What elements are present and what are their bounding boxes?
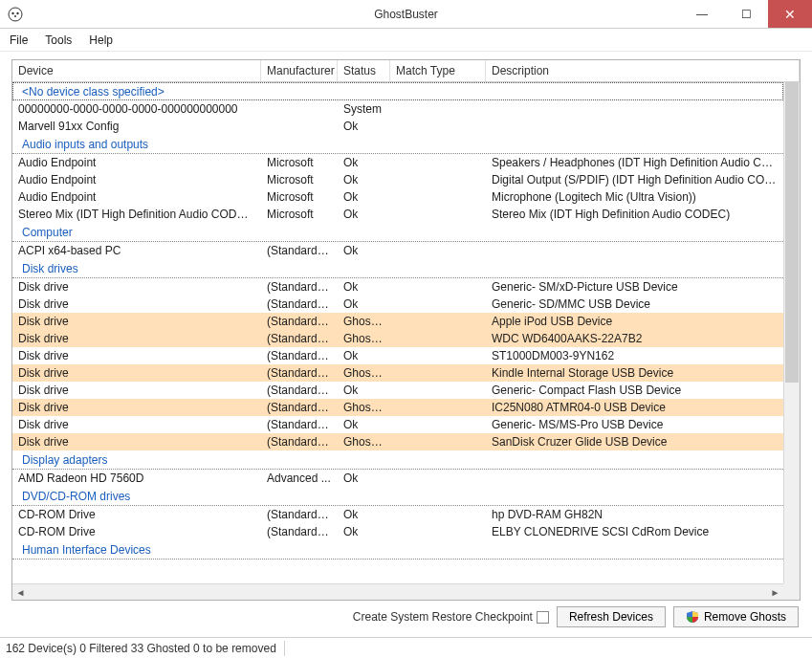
col-status[interactable]: Status bbox=[338, 60, 390, 81]
group-header[interactable]: Disk drives bbox=[12, 259, 783, 278]
table-row[interactable]: Disk drive(Standard di...GhostedIC25N080… bbox=[12, 399, 783, 416]
cell: Ok bbox=[338, 506, 390, 523]
cell: Disk drive bbox=[12, 278, 261, 296]
table-row[interactable]: Disk drive(Standard di...OkGeneric- MS/M… bbox=[12, 416, 783, 433]
cell: Audio Endpoint bbox=[12, 154, 261, 171]
cell: Ok bbox=[338, 416, 390, 433]
table-row[interactable]: ACPI x64-based PC(Standard c...Ok bbox=[12, 242, 783, 259]
table-row[interactable]: Disk drive(Standard di...OkGeneric- SD/M… bbox=[12, 296, 783, 313]
cell: Disk drive bbox=[12, 416, 261, 433]
table-row[interactable]: Disk drive(Standard di...OkST1000DM003-9… bbox=[12, 347, 783, 364]
cell: Generic- SM/xD-Picture USB Device bbox=[486, 278, 783, 296]
cell bbox=[390, 470, 486, 487]
cell bbox=[486, 100, 783, 118]
cell: (Standard c... bbox=[261, 242, 338, 259]
cell: Ok bbox=[338, 118, 390, 135]
cell: Ok bbox=[338, 296, 390, 313]
table-row[interactable]: Audio EndpointMicrosoftOkMicrophone (Log… bbox=[12, 188, 783, 206]
cell: (Standard di... bbox=[261, 313, 338, 330]
menu-file[interactable]: File bbox=[10, 33, 28, 47]
group-header[interactable]: DVD/CD-ROM drives bbox=[12, 487, 783, 506]
cell bbox=[486, 118, 783, 135]
restore-checkpoint-text: Create System Restore Checkpoint bbox=[353, 610, 533, 624]
cell: Digital Output (S/PDIF) (IDT High Defini… bbox=[486, 171, 783, 188]
cell: Generic- SD/MMC USB Device bbox=[486, 296, 783, 313]
cell: (Standard di... bbox=[261, 416, 338, 433]
table-row[interactable]: Marvell 91xx ConfigOk bbox=[12, 118, 783, 135]
cell: (Standard di... bbox=[261, 433, 338, 450]
group-header[interactable]: Computer bbox=[12, 223, 783, 242]
cell: Disk drive bbox=[12, 382, 261, 399]
cell: System bbox=[338, 100, 390, 118]
restore-checkpoint-label[interactable]: Create System Restore Checkpoint bbox=[353, 610, 549, 624]
cell bbox=[390, 296, 486, 313]
cell bbox=[390, 523, 486, 540]
cell: (Standard di... bbox=[261, 364, 338, 382]
cell: Microsoft bbox=[261, 206, 338, 223]
table-row[interactable]: Stereo Mix (IDT High Definition Audio CO… bbox=[12, 206, 783, 223]
cell bbox=[390, 206, 486, 223]
group-header[interactable]: Human Interface Devices bbox=[12, 540, 783, 559]
table-row[interactable]: AMD Radeon HD 7560DAdvanced ...Ok bbox=[12, 470, 783, 487]
cell bbox=[390, 171, 486, 188]
menu-help[interactable]: Help bbox=[89, 33, 113, 47]
table-row[interactable]: CD-ROM Drive(Standard C...Okhp DVD-RAM G… bbox=[12, 506, 783, 523]
window-title: GhostBuster bbox=[374, 8, 438, 21]
scrollbar-thumb[interactable] bbox=[785, 82, 799, 383]
maximize-button[interactable]: ☐ bbox=[724, 0, 768, 28]
refresh-devices-button[interactable]: Refresh Devices bbox=[557, 606, 666, 627]
col-description[interactable]: Description bbox=[486, 60, 800, 81]
cell: hp DVD-RAM GH82N bbox=[486, 506, 783, 523]
statusbar: 162 Device(s) 0 Filtered 33 Ghosted 0 to… bbox=[0, 637, 812, 658]
status-text: 162 Device(s) 0 Filtered 33 Ghosted 0 to… bbox=[6, 642, 276, 655]
bottom-bar: Create System Restore Checkpoint Refresh… bbox=[11, 601, 801, 629]
table-row[interactable]: Disk drive(Standard di...OkGeneric- Comp… bbox=[12, 382, 783, 399]
table-row[interactable]: Audio EndpointMicrosoftOkSpeakers / Head… bbox=[12, 154, 783, 171]
vertical-scrollbar[interactable] bbox=[783, 82, 800, 583]
table-row[interactable]: Disk drive(Standard di...OkGeneric- SM/x… bbox=[12, 278, 783, 296]
cell: Ok bbox=[338, 382, 390, 399]
cell: Ghosted bbox=[338, 364, 390, 382]
scroll-left-icon[interactable]: ◄ bbox=[12, 587, 29, 598]
close-button[interactable]: ✕ bbox=[768, 0, 812, 28]
col-device[interactable]: Device bbox=[12, 60, 261, 81]
cell bbox=[390, 347, 486, 364]
cell: Stereo Mix (IDT High Definition Audio CO… bbox=[486, 206, 783, 223]
horizontal-scrollbar[interactable]: ◄ ► bbox=[12, 583, 783, 600]
menu-tools[interactable]: Tools bbox=[45, 33, 72, 47]
cell: Ok bbox=[338, 347, 390, 364]
cell: Microphone (Logitech Mic (Ultra Vision)) bbox=[486, 188, 783, 206]
cell: IC25N080 ATMR04-0 USB Device bbox=[486, 399, 783, 416]
group-header[interactable]: Display adapters bbox=[12, 450, 783, 470]
group-header[interactable]: Audio inputs and outputs bbox=[12, 135, 783, 154]
device-grid: Device Manufacturer Status Match Type De… bbox=[11, 59, 801, 601]
cell: Disk drive bbox=[12, 313, 261, 330]
table-row[interactable]: Disk drive(Standard di...GhostedKindle I… bbox=[12, 364, 783, 382]
cell: (Standard C... bbox=[261, 506, 338, 523]
cell bbox=[390, 242, 486, 259]
cell bbox=[390, 433, 486, 450]
col-match-type[interactable]: Match Type bbox=[390, 60, 486, 81]
restore-checkpoint-checkbox[interactable] bbox=[537, 611, 549, 624]
table-row[interactable]: 00000000-0000-0000-0000-000000000000Syst… bbox=[12, 100, 783, 118]
col-manufacturer[interactable]: Manufacturer bbox=[261, 60, 338, 81]
minimize-button[interactable]: — bbox=[680, 0, 724, 28]
table-row[interactable]: Disk drive(Standard di...GhostedWDC WD64… bbox=[12, 330, 783, 347]
table-row[interactable]: CD-ROM Drive(Standard C...OkELBY CLONEDR… bbox=[12, 523, 783, 540]
cell: Microsoft bbox=[261, 154, 338, 171]
cell: Speakers / Headphones (IDT High Definiti… bbox=[486, 154, 783, 171]
cell bbox=[486, 470, 783, 487]
table-row[interactable]: Audio EndpointMicrosoftOkDigital Output … bbox=[12, 171, 783, 188]
table-row[interactable]: Disk drive(Standard di...GhostedApple iP… bbox=[12, 313, 783, 330]
group-header[interactable]: <No device class specified> bbox=[12, 82, 783, 100]
cell: Audio Endpoint bbox=[12, 188, 261, 206]
cell: Ghosted bbox=[338, 433, 390, 450]
remove-ghosts-button[interactable]: Remove Ghosts bbox=[673, 606, 799, 627]
cell bbox=[390, 506, 486, 523]
cell: (Standard di... bbox=[261, 330, 338, 347]
cell: Ok bbox=[338, 206, 390, 223]
svg-point-3 bbox=[14, 15, 16, 17]
scroll-right-icon[interactable]: ► bbox=[767, 587, 783, 598]
cell: (Standard di... bbox=[261, 296, 338, 313]
table-row[interactable]: Disk drive(Standard di...GhostedSanDisk … bbox=[12, 433, 783, 450]
